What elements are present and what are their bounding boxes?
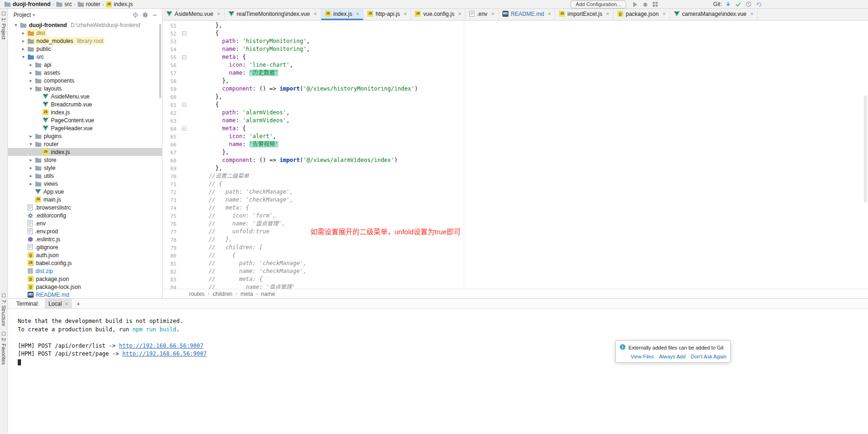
tree-item-components[interactable]: ▸components [8, 77, 162, 84]
chevron-open-icon[interactable]: ▾ [13, 22, 19, 28]
chevron-open-icon[interactable]: ▾ [28, 86, 34, 91]
title-breadcrumb-src[interactable]: src [55, 1, 73, 7]
editor-tab-package-json[interactable]: {}package.json× [614, 9, 670, 20]
terminal-output[interactable]: Note that the development build is not o… [8, 309, 868, 434]
tree-item-node-modules[interactable]: ▸node_moduleslibrary root [8, 37, 162, 45]
code-breadcrumb-meta[interactable]: meta [240, 291, 253, 297]
tree-item-utils[interactable]: ▸utils [8, 172, 162, 180]
close-icon[interactable]: × [65, 301, 68, 307]
chevron-closed-icon[interactable]: ▸ [21, 30, 26, 35]
tree-item-pagecontent-vue[interactable]: PageContent.vue [8, 116, 162, 124]
new-terminal-button[interactable]: + [77, 300, 80, 308]
run-icon[interactable] [633, 2, 638, 7]
editor-tab-vue-config-js[interactable]: JSvue.config.js× [411, 9, 466, 20]
locate-button[interactable] [133, 12, 138, 18]
close-icon[interactable]: × [548, 11, 551, 17]
always-add-link[interactable]: Always Add [659, 354, 685, 359]
tree-item-dist[interactable]: ▸dist [8, 29, 162, 37]
editor-tab-importexcel-js[interactable]: JSimportExcel.js× [555, 9, 614, 20]
tree-item-main-js[interactable]: JSmain.js [8, 196, 162, 203]
close-icon[interactable]: × [356, 11, 359, 17]
tool-button-structure[interactable]: 7: Structure [0, 291, 7, 329]
tree-item-assets[interactable]: ▸assets [8, 69, 162, 77]
code-editor[interactable]: 51 },52− {53 path: 'historyMonitoring',5… [162, 21, 868, 289]
chevron-closed-icon[interactable]: ▸ [28, 165, 34, 170]
debug-icon[interactable] [642, 2, 648, 7]
tree-item-readme-md[interactable]: MDREADME.md [8, 291, 162, 298]
editor-tab-http-api-js[interactable]: JShttp-api.js× [363, 9, 411, 20]
chevron-closed-icon[interactable]: ▸ [28, 70, 34, 75]
close-icon[interactable]: × [606, 11, 609, 17]
git-update-icon[interactable] [726, 1, 731, 7]
title-breadcrumb-duoji-frontend[interactable]: duoji-frontend [3, 1, 52, 7]
tree-item-app-vue[interactable]: App.vue [8, 188, 162, 196]
title-breadcrumb-router[interactable]: router [76, 1, 102, 7]
close-icon[interactable]: × [750, 11, 754, 17]
close-icon[interactable]: × [314, 11, 317, 17]
tree-item-package-lock-json[interactable]: {}package-lock.json [8, 283, 162, 291]
project-scrollbar[interactable] [159, 24, 161, 98]
editor-tab-asidemenu-vue[interactable]: AsideMenu.vue× [162, 9, 225, 20]
chevron-closed-icon[interactable]: ▸ [21, 38, 26, 43]
editor-tab-index-js[interactable]: JSindex.js× [321, 9, 364, 20]
chevron-closed-icon[interactable]: ▸ [28, 78, 34, 83]
title-breadcrumb-index-js[interactable]: JSindex.js [105, 1, 134, 7]
editor-tab-readme-md[interactable]: MDREADME.md× [499, 9, 555, 20]
tree-item-babel-config-js[interactable]: JSbabel.config.js [8, 259, 162, 267]
tree-item-plugins[interactable]: ▸plugins [8, 132, 162, 140]
tree-item-asidemenu-vue[interactable]: AsideMenu.vue [8, 92, 162, 100]
tree-item-index-js[interactable]: JSindex.js [8, 108, 162, 116]
view-files-link[interactable]: View Files [630, 354, 654, 359]
tree-item-breadcrumb-vue[interactable]: Breadcrumb.vue [8, 100, 162, 108]
chevron-closed-icon[interactable]: ▸ [28, 62, 34, 67]
chevron-open-icon[interactable]: ▾ [21, 54, 26, 59]
editor-tab-env[interactable]: .env× [466, 9, 499, 20]
fold-marker[interactable]: − [179, 125, 189, 133]
chevron-closed-icon[interactable]: ▸ [28, 173, 34, 178]
fold-marker[interactable]: − [179, 101, 189, 109]
chevron-open-icon[interactable]: ▾ [28, 141, 34, 147]
hide-panel-button[interactable] [152, 13, 157, 18]
tree-item-auth-json[interactable]: {}auth.json [8, 251, 162, 259]
tree-item-src[interactable]: ▾src [8, 53, 162, 61]
tree-item-index-js[interactable]: JSindex.js [8, 148, 162, 156]
tree-item-env-prod[interactable]: .env.prod [8, 227, 162, 235]
chevron-closed-icon[interactable]: ▸ [28, 157, 34, 162]
terminal-link[interactable]: http://192.168.66.56:9007 [122, 350, 207, 357]
terminal-tab-local[interactable]: Local × [45, 299, 72, 308]
code-breadcrumb-name[interactable]: name [261, 291, 275, 297]
project-view-dropdown[interactable]: Project ▾ [14, 12, 35, 18]
tree-item-layouts[interactable]: ▾layouts [8, 84, 162, 92]
tree-item-package-json[interactable]: {}package.json [8, 275, 162, 283]
close-icon[interactable]: × [458, 11, 461, 17]
tree-item-pageheader-vue[interactable]: PageHeader.vue [8, 124, 162, 132]
dont-ask-again-link[interactable]: Don't Ask Again [691, 354, 727, 359]
code-breadcrumb-routes[interactable]: routes [189, 291, 205, 297]
tool-button-favorites[interactable]: 2: Favorites [0, 329, 7, 367]
close-icon[interactable]: × [491, 11, 494, 17]
tree-item-eslintrc-js[interactable]: .eslintrc.js [8, 235, 162, 243]
tree-item-api[interactable]: ▸api [8, 61, 162, 69]
tree-item-store[interactable]: ▸store [8, 156, 162, 164]
code-breadcrumb-children[interactable]: children [213, 291, 233, 297]
tree-item-duoji-frontend[interactable]: ▾duoji-frontendD:\zheheWeb\duoji-fronten… [8, 21, 162, 29]
chevron-closed-icon[interactable]: ▸ [28, 133, 34, 139]
tree-item-env[interactable]: .env [8, 219, 162, 227]
settings-button[interactable] [142, 12, 148, 18]
tree-item-editorconfig[interactable]: .editorconfig [8, 211, 162, 219]
coverage-icon[interactable] [653, 2, 658, 7]
editor-tab-cameramanage-index-vue[interactable]: cameraManage\index.vue× [670, 9, 758, 20]
tree-item-browserslistrc[interactable]: .browserslistrc [8, 203, 162, 211]
editor-tab-realtimemonitoring-index-vue[interactable]: realTimeMonitoring\index.vue× [225, 9, 321, 20]
fold-marker[interactable]: − [179, 53, 189, 61]
add-configuration-button[interactable]: Add Configuration... [571, 0, 626, 8]
git-rollback-icon[interactable] [756, 2, 762, 7]
terminal-link[interactable]: http://192.168.66.56:9007 [119, 343, 204, 349]
chevron-closed-icon[interactable]: ▸ [21, 46, 26, 51]
tree-item-style[interactable]: ▸style [8, 164, 162, 172]
tree-item-public[interactable]: ▸public [8, 45, 162, 53]
git-commit-icon[interactable] [735, 2, 741, 7]
tree-item-router[interactable]: ▾router [8, 140, 162, 148]
git-history-icon[interactable] [746, 1, 751, 7]
tree-item-views[interactable]: ▸views [8, 180, 162, 188]
